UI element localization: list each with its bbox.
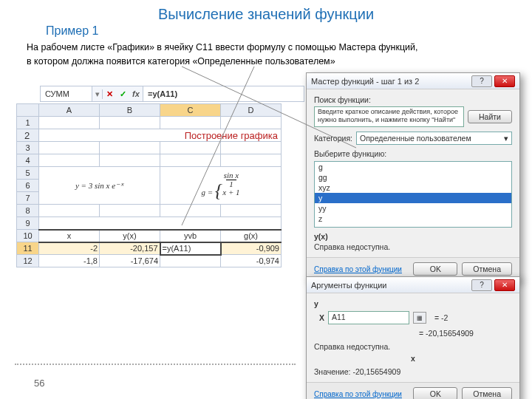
worksheet-grid[interactable]: A B C D 1 2Построение графика 3 4 5 y = …: [16, 103, 282, 267]
excel-screenshot: СУММ ▾ ✕ ✓ fx =y(A11) A B C D 1 2Построе…: [16, 75, 312, 267]
row-header[interactable]: 12: [17, 255, 39, 267]
range-selector-icon[interactable]: ▦: [413, 312, 426, 324]
list-item[interactable]: gg: [315, 172, 511, 183]
ok-button[interactable]: OK: [413, 262, 457, 276]
col-header-b[interactable]: B: [100, 104, 160, 117]
ok-button[interactable]: OK: [413, 387, 457, 399]
category-select[interactable]: Определенные пользователем ▾: [356, 132, 512, 145]
help-link[interactable]: Справка по этой функции: [314, 390, 409, 398]
value-label: Значение:: [314, 367, 350, 376]
accept-formula-icon[interactable]: ✓: [116, 89, 129, 99]
row-header[interactable]: 9: [17, 217, 39, 230]
result-eval: = -20,15654909: [381, 329, 512, 338]
function-arguments-dialog: Аргументы функции ? ✕ y X A11 ▦ = -2 = -…: [306, 276, 520, 399]
instruction-line-2: в котором должна появится категория «Опр…: [27, 55, 505, 69]
cell[interactable]: -20,157: [100, 242, 160, 255]
equation-y: y = 3 sin x e⁻ˣ: [39, 167, 160, 205]
arg-eval: = -2: [434, 313, 448, 322]
instruction-line-1: На рабочем листе «Графики» в ячейку С11 …: [27, 41, 505, 55]
col-header-d[interactable]: D: [221, 104, 282, 117]
row-header[interactable]: 8: [17, 205, 39, 217]
dialog-title: Мастер функций - шаг 1 из 2: [311, 77, 469, 86]
formula-input[interactable]: =y(A11): [143, 86, 304, 101]
cell[interactable]: -2: [39, 242, 100, 255]
function-name: y: [314, 299, 512, 308]
row-header[interactable]: 6: [17, 180, 39, 192]
help-button[interactable]: ?: [471, 279, 492, 291]
row-header[interactable]: 1: [17, 117, 39, 129]
list-item[interactable]: z: [315, 214, 511, 224]
row-header[interactable]: 11: [17, 242, 39, 255]
search-label: Поиск функции:: [314, 95, 512, 104]
select-function-label: Выберите функцию:: [314, 149, 512, 158]
category-value: Определенные пользователем: [360, 134, 471, 143]
cell[interactable]: -0,909: [221, 242, 282, 255]
cancel-button[interactable]: Отмена: [462, 387, 512, 399]
page-number: 56: [34, 378, 44, 389]
dialog-titlebar: Аргументы функции ? ✕: [307, 277, 519, 293]
close-button[interactable]: ✕: [494, 279, 515, 291]
select-all-corner[interactable]: [17, 104, 39, 117]
row-header[interactable]: 4: [17, 154, 39, 167]
help-link[interactable]: Справка по этой функции: [314, 265, 409, 273]
sheet-title-cell: Построение графика: [39, 129, 282, 142]
function-wizard-dialog: Мастер функций - шаг 1 из 2 ? ✕ Поиск фу…: [306, 72, 520, 281]
help-text: Справка недоступна.: [314, 342, 512, 351]
dialog-titlebar: Мастер функций - шаг 1 из 2 ? ✕: [307, 73, 519, 89]
cell[interactable]: -0,974: [221, 255, 282, 267]
list-item[interactable]: yy: [315, 203, 511, 214]
slide-title: Вычисление значений функции: [0, 0, 532, 23]
active-cell[interactable]: =y(A11): [160, 242, 221, 255]
close-button[interactable]: ✕: [494, 75, 515, 87]
function-list[interactable]: g gg xyz y yy z: [314, 161, 512, 228]
arg-label: X: [314, 313, 324, 322]
col-header-a[interactable]: A: [39, 104, 100, 117]
list-item[interactable]: g: [315, 162, 511, 172]
row-header[interactable]: 3: [17, 142, 39, 154]
cancel-formula-icon[interactable]: ✕: [103, 89, 116, 99]
example-label: Пример 1: [46, 24, 532, 38]
help-button[interactable]: ?: [471, 75, 492, 87]
divider: [15, 364, 296, 365]
function-signature: y(x): [314, 232, 512, 241]
cell[interactable]: -1,8: [39, 255, 100, 267]
category-label: Категория:: [314, 134, 352, 143]
instructions: На рабочем листе «Графики» в ячейку С11 …: [27, 41, 505, 69]
col-header-c[interactable]: C: [160, 104, 221, 117]
cell[interactable]: [160, 255, 221, 267]
cell[interactable]: -17,674: [100, 255, 160, 267]
arg-name: x: [314, 354, 512, 363]
name-box-dropdown[interactable]: ▾: [92, 89, 103, 99]
fx-icon[interactable]: fx: [129, 89, 143, 98]
value-result: -20,15654909: [352, 367, 400, 376]
cancel-button[interactable]: Отмена: [462, 262, 512, 276]
row-header[interactable]: 5: [17, 167, 39, 180]
header-cell: y(x): [100, 230, 160, 242]
arg-input[interactable]: A11: [328, 311, 409, 324]
search-input[interactable]: Введите краткое описание действия, котор…: [314, 106, 464, 127]
name-box[interactable]: СУММ: [41, 86, 92, 101]
help-text: Справка недоступна.: [314, 242, 512, 251]
dialog-title: Аргументы функции: [311, 281, 469, 290]
header-cell: yvb: [160, 230, 221, 242]
row-header[interactable]: 2: [17, 129, 39, 142]
chevron-down-icon: ▾: [504, 134, 508, 143]
find-button[interactable]: Найти: [468, 110, 512, 123]
formula-bar: СУММ ▾ ✕ ✓ fx =y(A11): [40, 86, 304, 102]
list-item[interactable]: xyz: [315, 183, 511, 193]
list-item-selected[interactable]: y: [315, 193, 511, 203]
row-header[interactable]: 7: [17, 192, 39, 205]
equation-g: g = {sin x1x + 1: [160, 167, 282, 205]
header-cell: g(x): [221, 230, 282, 242]
row-header[interactable]: 10: [17, 230, 39, 242]
header-cell: x: [39, 230, 100, 242]
